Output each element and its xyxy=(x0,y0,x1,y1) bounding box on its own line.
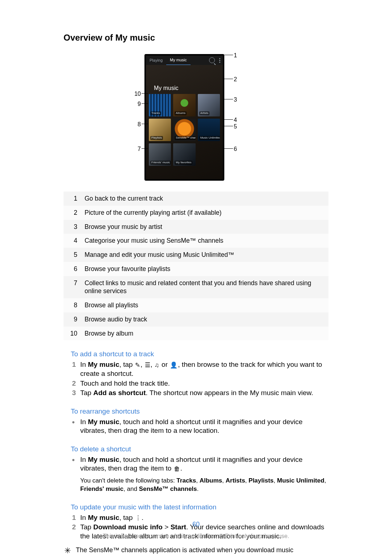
phone-tab-playing: Playing xyxy=(146,56,166,65)
note-delete: You can't delete the following tabs: Tra… xyxy=(80,477,328,493)
phone-heading: My music xyxy=(154,85,179,92)
legend-text: Browse audio by track xyxy=(81,312,328,327)
step-add-2: Touch and hold the track title. xyxy=(80,379,328,388)
tip-icon: ✳ xyxy=(64,546,71,554)
callout-5: 5 xyxy=(234,123,237,131)
page: Overview of My music Playing My music My… xyxy=(0,0,392,554)
legend-row: 5Manage and edit your music using Music … xyxy=(64,248,328,262)
phone-tabbar: Playing My music xyxy=(146,56,223,65)
overflow-icon xyxy=(219,58,221,63)
figure-wrap: Playing My music My music Tracks Albums … xyxy=(64,54,328,181)
figure: Playing My music My music Tracks Albums … xyxy=(144,54,248,181)
search-icon xyxy=(209,57,215,63)
legend-row: 2Picture of the currently playing artist… xyxy=(64,206,328,220)
steps-rearrange: • In My music, touch and hold a shortcut… xyxy=(64,418,328,435)
legend-num: 1 xyxy=(64,192,81,206)
legend-num: 9 xyxy=(64,312,81,327)
tile-sensme: SensMe™ channels xyxy=(173,119,195,141)
legend-num: 5 xyxy=(64,248,81,262)
legend-num: 4 xyxy=(64,234,81,248)
legend-text: Categorise your music using SensMe™ chan… xyxy=(81,234,328,248)
legend-row: 3Browse your music by artist xyxy=(64,220,328,234)
legend-row: 4Categorise your music using SensMe™ cha… xyxy=(64,234,328,248)
legend-num: 6 xyxy=(64,262,81,276)
legend-text: Browse by album xyxy=(81,327,328,341)
subhead-delete: To delete a shortcut xyxy=(71,445,328,454)
legend-row: 6Browse your favourite playlists xyxy=(64,262,328,276)
legend-num: 8 xyxy=(64,298,81,312)
callout-9: 9 xyxy=(134,100,141,108)
footer-text: This is an Internet version of this publ… xyxy=(0,533,392,540)
phone-mock: Playing My music My music Tracks Albums … xyxy=(144,54,224,181)
phone-tiles: Tracks Albums Artists Playlists SensMe™ … xyxy=(149,94,220,166)
callout-10: 10 xyxy=(131,90,141,98)
legend-num: 10 xyxy=(64,327,81,341)
callout-3: 3 xyxy=(234,96,237,104)
legend-text: Browse your music by artist xyxy=(81,220,328,234)
page-number: 60 xyxy=(0,520,392,529)
legend-text: Browse your favourite playlists xyxy=(81,262,328,276)
step-delete: In My music, touch and hold a shortcut u… xyxy=(80,455,328,473)
legend-row: 7Collect links to music and related cont… xyxy=(64,276,328,299)
tip-text: The SensMe™ channels application is acti… xyxy=(76,546,328,554)
tile-playlists: Playlists xyxy=(149,119,171,141)
phone-body: My music Tracks Albums Artists Playlists… xyxy=(146,65,223,179)
legend-num: 2 xyxy=(64,206,81,220)
steps-delete: • In My music, touch and hold a shortcut… xyxy=(64,455,328,473)
track-icon: ♫ xyxy=(154,362,160,368)
callout-6: 6 xyxy=(234,145,237,153)
steps-add-shortcut: 1 In My music, tap ✎, ☰, ♫ or 👤, then br… xyxy=(64,360,328,398)
callout-1: 1 xyxy=(234,52,237,59)
callout-8: 8 xyxy=(134,121,141,128)
trash-icon: 🗑 xyxy=(173,466,180,472)
legend-row: 9Browse audio by track xyxy=(64,312,328,327)
step-rearrange: In My music, touch and hold a shortcut u… xyxy=(80,418,328,435)
legend-row: 1Go back to the current track xyxy=(64,192,328,206)
section-title: Overview of My music xyxy=(64,32,328,43)
step-add-3: Tap Add as shortcut. The shortcut now ap… xyxy=(80,389,328,398)
artist-icon: ✎ xyxy=(135,362,140,368)
legend-text: Picture of the currently playing artist … xyxy=(81,206,328,220)
legend-text: Go back to the current track xyxy=(81,192,328,206)
tile-albums: Albums xyxy=(173,94,195,116)
person-icon: 👤 xyxy=(170,362,178,368)
tile-music-unlimited: Music Unlimited xyxy=(198,119,220,141)
tip-row: ✳ The SensMe™ channels application is ac… xyxy=(64,546,328,554)
legend-row: 10Browse by album xyxy=(64,327,328,341)
legend-table: 1Go back to the current track2Picture of… xyxy=(64,192,328,340)
tile-favorites: My favorites xyxy=(173,143,195,166)
legend-num: 7 xyxy=(64,276,81,299)
legend-text: Collect links to music and related conte… xyxy=(81,276,328,299)
subhead-update: To update your music with the latest inf… xyxy=(71,503,328,512)
phone-tab-mymusic: My music xyxy=(166,55,190,65)
playlist-icon: ☰ xyxy=(144,362,151,368)
callout-7: 7 xyxy=(134,145,141,153)
subhead-rearrange: To rearrange shortcuts xyxy=(71,407,328,416)
legend-text: Manage and edit your music using Music U… xyxy=(81,248,328,262)
step-add-1: In My music, tap ✎, ☰, ♫ or 👤, then brow… xyxy=(80,360,328,378)
callout-2: 2 xyxy=(234,76,237,83)
legend-row: 8Browse all playlists xyxy=(64,298,328,312)
tile-friends: Friends' music xyxy=(149,143,171,166)
legend-num: 3 xyxy=(64,220,81,234)
tile-artists: Artists xyxy=(198,94,220,116)
tile-tracks: Tracks xyxy=(149,94,171,116)
subhead-add-shortcut: To add a shortcut to a track xyxy=(71,350,328,359)
legend-text: Browse all playlists xyxy=(81,298,328,312)
